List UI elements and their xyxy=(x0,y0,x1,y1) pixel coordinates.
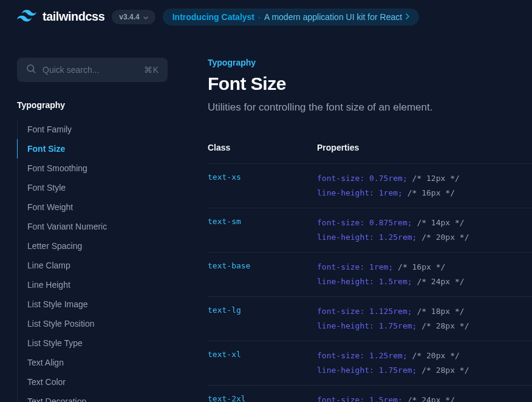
utility-class: text-base xyxy=(208,261,250,270)
utility-class: text-xl xyxy=(208,350,241,359)
sidebar-item-list-style-type[interactable]: List Style Type xyxy=(17,333,177,353)
page-desc: Utilities for controlling the font size … xyxy=(208,101,532,114)
sidebar-item-font-smoothing[interactable]: Font Smoothing xyxy=(17,158,177,178)
sidebar-item-text-align[interactable]: Text Align xyxy=(17,353,177,372)
version-label: v3.4.4 xyxy=(119,13,139,21)
utility-properties: font-size: 1.125rem; /* 18px */line-heig… xyxy=(317,304,532,333)
page-title: Font Size xyxy=(208,73,532,94)
utility-properties: font-size: 0.75rem; /* 12px */line-heigh… xyxy=(317,171,532,200)
logo-link[interactable]: tailwindcss xyxy=(17,10,104,24)
table-head-properties: Properties xyxy=(317,143,532,164)
utility-class: text-xs xyxy=(208,172,241,182)
nav-section-title: Typography xyxy=(17,100,177,110)
promo-title: Introducing Catalyst xyxy=(172,12,254,22)
utility-class: text-lg xyxy=(208,305,241,315)
tailwind-logo-icon xyxy=(17,10,36,24)
table-row: text-basefont-size: 1rem; /* 16px */line… xyxy=(208,253,532,297)
utility-class: text-sm xyxy=(208,217,241,226)
sidebar-item-text-color[interactable]: Text Color xyxy=(17,372,177,392)
table-row: text-xlfont-size: 1.25rem; /* 20px */lin… xyxy=(208,341,532,386)
sidebar-item-list-style-image[interactable]: List Style Image xyxy=(17,295,177,314)
sidebar-item-list-style-position[interactable]: List Style Position xyxy=(17,314,177,333)
sidebar-item-font-size[interactable]: Font Size xyxy=(17,139,177,158)
sidebar-item-line-clamp[interactable]: Line Clamp xyxy=(17,256,177,275)
sidebar-item-font-variant-numeric[interactable]: Font Variant Numeric xyxy=(17,217,177,236)
utility-properties: font-size: 1.25rem; /* 20px */line-heigh… xyxy=(317,349,532,378)
sidebar-item-font-family[interactable]: Font Family xyxy=(17,120,177,139)
utility-class: text-2xl xyxy=(208,394,246,402)
sidebar-item-font-style[interactable]: Font Style xyxy=(17,178,177,197)
main-content: Typography Font Size Utilities for contr… xyxy=(177,33,532,402)
nav-list: Font FamilyFont SizeFont SmoothingFont S… xyxy=(17,120,177,402)
table-row: text-lgfont-size: 1.125rem; /* 18px */li… xyxy=(208,297,532,341)
promo-banner[interactable]: Introducing Catalyst · A modern applicat… xyxy=(163,9,419,26)
chevron-down-icon xyxy=(143,13,148,21)
promo-separator: · xyxy=(258,12,261,22)
chevron-right-icon xyxy=(406,13,409,21)
table-head-class: Class xyxy=(208,143,317,164)
search-icon xyxy=(26,63,36,77)
table-row: text-2xlfont-size: 1.5rem; /* 24px */ xyxy=(208,386,532,403)
table-row: text-smfont-size: 0.875rem; /* 14px */li… xyxy=(208,208,532,253)
utility-properties: font-size: 1rem; /* 16px */line-height: … xyxy=(317,260,532,289)
sidebar-item-font-weight[interactable]: Font Weight xyxy=(17,197,177,217)
header: tailwindcss v3.4.4 Introducing Catalyst … xyxy=(0,0,532,33)
search-button[interactable]: Quick search... ⌘K xyxy=(17,58,168,82)
sidebar-item-text-decoration[interactable]: Text Decoration xyxy=(17,392,177,402)
sidebar-item-letter-spacing[interactable]: Letter Spacing xyxy=(17,236,177,256)
brand-name: tailwindcss xyxy=(43,10,104,24)
sidebar: Quick search... ⌘K Typography Font Famil… xyxy=(0,33,177,402)
search-placeholder: Quick search... xyxy=(43,65,99,75)
table-row: text-xsfont-size: 0.75rem; /* 12px */lin… xyxy=(208,164,532,208)
utility-properties: font-size: 0.875rem; /* 14px */line-heig… xyxy=(317,216,532,245)
sidebar-item-line-height[interactable]: Line Height xyxy=(17,275,177,295)
search-shortcut: ⌘K xyxy=(144,65,159,75)
breadcrumb[interactable]: Typography xyxy=(208,58,532,67)
utilities-table: Class Properties text-xsfont-size: 0.75r… xyxy=(208,143,532,402)
promo-desc: A modern application UI kit for React xyxy=(264,12,402,22)
version-selector[interactable]: v3.4.4 xyxy=(112,10,155,24)
svg-point-0 xyxy=(27,65,34,72)
utility-properties: font-size: 1.5rem; /* 24px */ xyxy=(317,393,532,402)
